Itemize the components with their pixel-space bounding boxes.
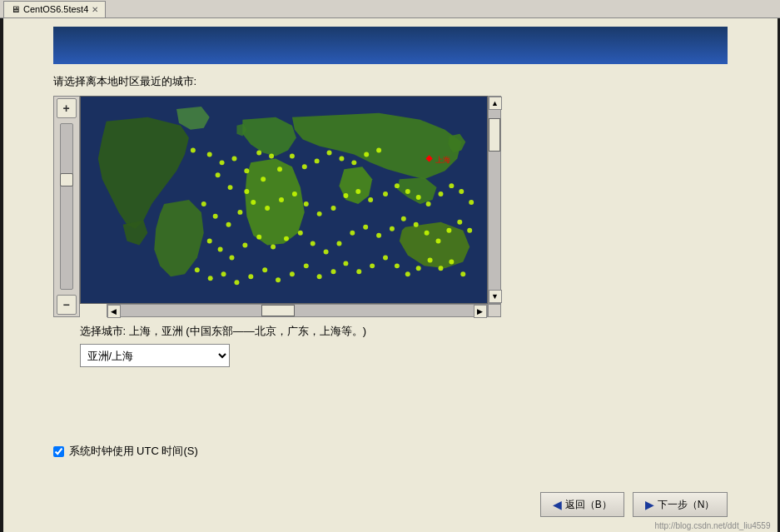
svg-point-37 <box>405 189 410 194</box>
tab-centos[interactable]: 🖥 CentOS6.5test4 ✕ <box>3 1 106 17</box>
svg-point-80 <box>383 255 388 260</box>
svg-point-12 <box>277 167 282 172</box>
svg-point-59 <box>400 216 405 221</box>
svg-point-6 <box>256 150 261 155</box>
scroll-track-vertical[interactable] <box>489 110 500 290</box>
monitor-icon: 🖥 <box>11 4 20 14</box>
next-button[interactable]: ▶ 下一步（N） <box>633 492 728 517</box>
svg-point-11 <box>261 177 266 181</box>
svg-point-39 <box>425 201 430 206</box>
zoom-out-button[interactable]: − <box>57 295 77 315</box>
svg-point-9 <box>227 185 232 190</box>
svg-point-15 <box>314 158 319 163</box>
svg-point-84 <box>427 257 432 262</box>
svg-point-55 <box>350 231 355 236</box>
svg-point-86 <box>449 259 454 264</box>
svg-point-4 <box>231 156 236 161</box>
tab-close-button[interactable]: ✕ <box>92 5 98 14</box>
utc-label[interactable]: 系统时钟使用 UTC 时间(S) <box>69 444 198 459</box>
map-outer: + − <box>53 96 728 317</box>
svg-point-2 <box>206 152 211 157</box>
svg-point-7 <box>269 153 274 158</box>
main-content: 请选择离本地时区最近的城市: + − <box>3 18 778 532</box>
svg-point-58 <box>389 226 394 231</box>
scroll-left-button[interactable]: ◀ <box>107 305 121 318</box>
svg-text:上海: 上海 <box>435 156 450 164</box>
svg-point-30 <box>316 211 321 216</box>
svg-point-49 <box>271 245 276 250</box>
utc-section: 系统时钟使用 UTC 时间(S) <box>53 444 778 459</box>
back-button[interactable]: ◀ 返回（B） <box>540 492 624 517</box>
svg-point-38 <box>415 195 420 200</box>
zoom-slider-track[interactable] <box>60 123 73 290</box>
back-button-label: 返回（B） <box>565 498 612 512</box>
svg-point-83 <box>415 266 420 271</box>
svg-point-77 <box>343 261 348 266</box>
svg-point-8 <box>215 172 220 177</box>
content-area: 请选择离本地时区最近的城市: + − <box>3 64 778 377</box>
svg-point-23 <box>226 222 231 227</box>
title-bar: 🖥 CentOS6.5test4 ✕ <box>0 0 780 18</box>
svg-point-26 <box>265 206 270 211</box>
svg-point-54 <box>336 241 341 246</box>
svg-point-14 <box>301 164 306 169</box>
svg-point-47 <box>242 243 247 248</box>
svg-point-50 <box>284 236 289 241</box>
svg-point-32 <box>343 193 348 198</box>
svg-point-73 <box>289 271 294 276</box>
scroll-corner <box>488 304 501 317</box>
vertical-scrollbar[interactable]: ▲ ▼ <box>488 96 501 304</box>
world-map[interactable]: 上海 <box>80 96 488 304</box>
svg-point-42 <box>459 189 464 194</box>
map-svg: 上海 <box>81 97 487 303</box>
scroll-thumb-horizontal[interactable] <box>261 305 295 316</box>
svg-point-19 <box>364 152 369 157</box>
timezone-select-row: 亚洲/上海亚洲/北京亚洲/香港亚洲/东京欧洲/伦敦美洲/纽约 <box>80 344 728 367</box>
svg-point-68 <box>221 271 226 276</box>
svg-point-40 <box>438 191 443 196</box>
svg-point-76 <box>330 269 335 274</box>
zoom-slider-thumb[interactable] <box>60 173 73 186</box>
svg-point-20 <box>376 148 381 153</box>
svg-point-34 <box>368 197 373 202</box>
svg-point-65 <box>467 228 472 233</box>
svg-point-31 <box>330 206 335 211</box>
svg-point-72 <box>276 277 281 282</box>
svg-point-51 <box>297 231 302 236</box>
timezone-select[interactable]: 亚洲/上海亚洲/北京亚洲/香港亚洲/东京欧洲/伦敦美洲/纽约 <box>80 344 230 367</box>
scroll-up-button[interactable]: ▲ <box>489 97 502 110</box>
svg-point-62 <box>435 239 440 244</box>
svg-point-25 <box>251 200 256 205</box>
svg-point-1 <box>190 148 195 153</box>
svg-point-41 <box>449 183 454 188</box>
svg-point-53 <box>323 250 328 255</box>
svg-point-63 <box>446 228 451 233</box>
svg-point-48 <box>256 235 261 240</box>
bottom-buttons: ◀ 返回（B） ▶ 下一步（N） <box>540 492 728 517</box>
svg-point-13 <box>289 153 294 158</box>
tab-label: CentOS6.5test4 <box>23 4 88 14</box>
svg-point-79 <box>370 263 375 268</box>
svg-point-75 <box>316 274 321 279</box>
svg-point-3 <box>219 160 224 165</box>
svg-point-70 <box>248 274 253 279</box>
svg-point-22 <box>212 214 217 219</box>
scroll-down-button[interactable]: ▼ <box>489 290 502 303</box>
horizontal-scrollbar[interactable]: ◀ ▶ <box>107 304 488 317</box>
svg-point-69 <box>234 280 239 285</box>
svg-point-71 <box>262 267 267 272</box>
svg-point-60 <box>413 222 418 227</box>
scroll-thumb-vertical[interactable] <box>489 118 500 152</box>
svg-point-16 <box>326 150 331 155</box>
svg-point-87 <box>460 271 465 276</box>
scroll-track-horizontal[interactable] <box>121 305 474 316</box>
svg-point-46 <box>229 255 234 260</box>
svg-point-44 <box>206 239 211 244</box>
zoom-in-button[interactable]: + <box>57 98 77 118</box>
utc-checkbox[interactable] <box>53 446 64 457</box>
svg-point-5 <box>244 168 249 173</box>
svg-point-61 <box>424 231 429 236</box>
svg-point-21 <box>201 201 206 206</box>
map-bottom-bar: ◀ ▶ <box>80 304 501 317</box>
scroll-right-button[interactable]: ▶ <box>474 305 487 318</box>
